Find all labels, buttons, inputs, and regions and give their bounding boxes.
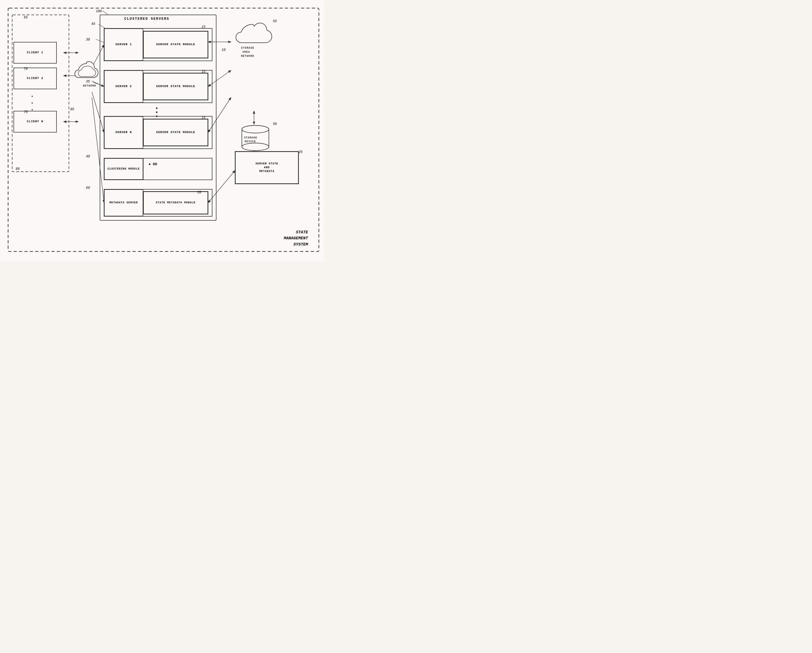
ref-35: 35 — [86, 80, 90, 84]
server1-box: SERVER 1 — [104, 28, 143, 61]
server-state-module2-label: SERVER STATE MODULE — [156, 84, 195, 89]
svg-text:AREA: AREA — [243, 50, 250, 54]
server1-label: SERVER 1 — [115, 43, 132, 46]
svg-line-29 — [92, 92, 104, 133]
svg-line-37 — [103, 11, 108, 15]
metadata-server-box: METADATA SERVER — [104, 189, 143, 216]
svg-line-33 — [208, 97, 231, 133]
server2-label: SERVER 2 — [115, 84, 132, 89]
svg-text:STORAGE: STORAGE — [241, 46, 254, 49]
clientN-label: CLIENT N — [27, 119, 44, 124]
server-state-module1-label: SERVER STATE MODULE — [156, 43, 195, 46]
svg-text:NETWORK: NETWORK — [83, 84, 96, 87]
ref-55: 55 — [273, 20, 277, 23]
ref-100: 100 — [96, 9, 102, 13]
ref-65: 65 — [24, 16, 27, 20]
storage-area-network-cloud: STORAGE AREA NETWORK — [227, 20, 278, 67]
ref-15b: 15 — [201, 70, 205, 73]
svg-line-36 — [208, 170, 235, 203]
server-state-moduleN-box: SERVER STATE MODULE — [143, 119, 208, 146]
svg-point-22 — [156, 112, 157, 113]
metadata-server-label: METADATA SERVER — [110, 201, 138, 205]
server-state-moduleN-label: SERVER STATE MODULE — [156, 130, 195, 135]
svg-point-47 — [242, 143, 269, 151]
server2-box: SERVER 2 — [104, 70, 143, 103]
server-state-metadata-box: SERVER STATE AND METADATA — [235, 151, 299, 184]
svg-line-30 — [92, 97, 104, 203]
svg-point-23 — [156, 115, 157, 117]
svg-point-48 — [242, 125, 269, 133]
server-state-module1-box: SERVER STATE MODULE — [143, 31, 208, 58]
server-state-metadata-label: SERVER STATE AND METADATA — [255, 162, 278, 173]
server-state-module2-box: SERVER STATE MODULE — [143, 73, 208, 100]
svg-text:STORAGE: STORAGE — [244, 136, 257, 139]
ref-15c: 15 — [201, 116, 205, 119]
ref-40: 40 — [86, 154, 90, 159]
client-dots: ••• — [31, 93, 34, 114]
client2-box: CLIENT 2 — [14, 67, 57, 89]
ref-10: 10 — [221, 48, 225, 52]
svg-line-38 — [99, 24, 105, 28]
ref-75: 75 — [24, 110, 27, 114]
state-management-system-label: STATE MANAGEMENT SYSTEM — [284, 229, 308, 248]
svg-line-32 — [208, 70, 231, 87]
ref-45: 45 — [92, 22, 95, 26]
diagram-container: CLUSTERED SERVERS SERVER 1 SERVER STATE … — [0, 0, 324, 261]
ref-80: 80 — [16, 167, 20, 171]
ref-60: 60 — [86, 186, 90, 190]
ref-85: 85 — [70, 108, 74, 112]
clientN-box: CLIENT N — [14, 111, 57, 133]
clustered-servers-label: CLUSTERED SERVERS — [124, 17, 169, 21]
network-cloud: NETWORK — [69, 58, 104, 95]
ref-50: 50 — [273, 122, 277, 126]
client1-box: CLIENT 1 — [14, 42, 57, 64]
storage-device: STORAGE DEVICE — [238, 124, 273, 153]
ref-30: 30 — [86, 38, 90, 42]
svg-point-21 — [156, 107, 157, 109]
svg-rect-4 — [12, 15, 69, 172]
svg-text:DEVICE: DEVICE — [244, 140, 256, 143]
state-metadata-module-box: STATE METADATA MODULE — [143, 191, 208, 214]
ref-70: 70 — [24, 67, 27, 71]
ref-20: 20 — [197, 191, 201, 194]
svg-text:NETWORK: NETWORK — [241, 55, 254, 58]
client2-label: CLIENT 2 — [27, 76, 44, 80]
clustering-module-box: CLUSTERING MODULE — [104, 158, 143, 180]
clustering-module-label: CLUSTERING MODULE — [108, 167, 140, 171]
ref-25: 25 — [299, 150, 302, 154]
state-metadata-module-label: STATE METADATA MODULE — [156, 201, 195, 205]
ref-15a: 15 — [201, 25, 205, 29]
serverN-label: SERVER N — [115, 130, 132, 135]
ref-90: ● 90 — [149, 162, 157, 166]
client1-label: CLIENT 1 — [27, 50, 44, 55]
serverN-box: SERVER N — [104, 116, 143, 149]
